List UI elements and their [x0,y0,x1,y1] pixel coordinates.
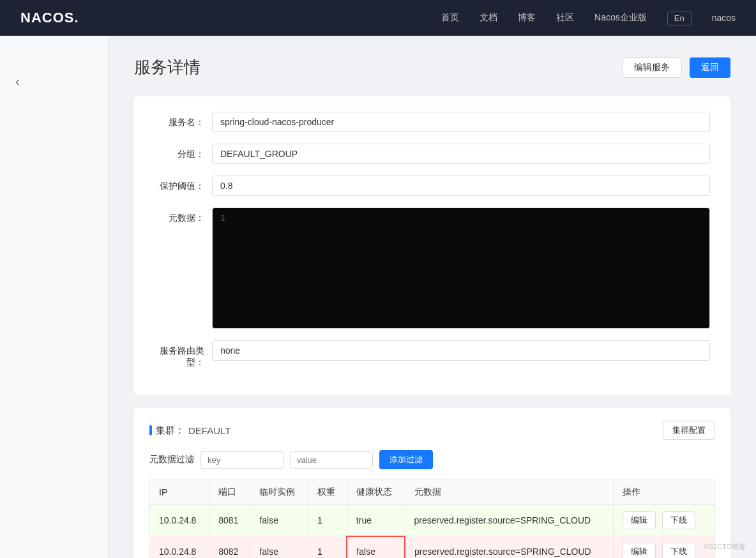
header-actions: 编辑服务 返回 [622,57,730,78]
back-arrow-icon[interactable]: ‹ [15,74,20,89]
cell-weight-1: 1 [308,536,347,559]
filter-label: 元数据过滤 [149,454,194,465]
metadata-editor[interactable]: 1 [212,207,710,329]
page-title: 服务详情 [134,56,200,79]
cell-metadata-0: preserved.register.source=SPRING_CLOUD [405,505,614,536]
filter-value-input[interactable] [290,451,373,469]
service-name-label: 服务名： [155,112,212,128]
protect-threshold-label: 保护阈值： [155,176,212,192]
col-port: 端口 [209,480,250,505]
main-content: 服务详情 编辑服务 返回 服务名： 分组： 保护阈值： 元数据： [109,36,756,558]
cell-health-1: false [347,536,405,559]
routing-type-input[interactable] [212,340,710,361]
navbar: NACOS. 首页 文档 博客 社区 Nacos企业版 En nacos [0,0,756,36]
nav-user[interactable]: nacos [712,13,736,23]
code-line-number: 1 [220,213,225,223]
cell-weight-0: 1 [308,505,347,536]
page-header: 服务详情 编辑服务 返回 [134,56,730,79]
service-name-row: 服务名： [155,112,710,132]
cell-action-0: 编辑 下线 [614,505,715,536]
cluster-header: 集群： DEFAULT 集群配置 [149,421,715,440]
cell-ephemeral-0: false [250,505,308,536]
cluster-config-button[interactable]: 集群配置 [663,421,715,440]
nav-home[interactable]: 首页 [441,12,459,24]
lang-switcher[interactable]: En [667,11,692,26]
col-action: 操作 [614,480,715,505]
watermark: ©51CTO博客 [704,542,746,552]
metadata-label: 元数据： [155,207,212,224]
form-section: 服务名： 分组： 保护阈值： 元数据： 1 服务路由类型： [134,96,730,395]
protect-threshold-row: 保护阈值： [155,176,710,196]
col-health: 健康状态 [347,480,405,505]
cell-ephemeral-1: false [250,536,308,559]
cell-health-0: true [347,505,405,536]
service-name-input[interactable] [212,112,710,132]
instance-table-body: 10.0.24.8 8081 false 1 true preserved.re… [150,505,715,559]
cell-port-1: 8082 [209,536,250,559]
add-filter-button[interactable]: 添加过滤 [379,450,433,469]
col-weight: 权重 [308,480,347,505]
col-ephemeral: 临时实例 [250,480,308,505]
edit-instance-button-0[interactable]: 编辑 [623,511,656,529]
offline-instance-button-1[interactable]: 下线 [662,543,695,558]
protect-threshold-input[interactable] [212,176,710,196]
group-input[interactable] [212,144,710,164]
cell-action-1: 编辑 下线 [614,536,715,559]
cluster-title: 集群： DEFAULT [149,425,231,437]
table-row: 10.0.24.8 8082 false 1 false preserved.r… [150,536,715,559]
cell-ip-1: 10.0.24.8 [150,536,209,559]
logo-text: NACOS. [20,10,79,26]
col-ip: IP [150,480,209,505]
table-header: IP 端口 临时实例 权重 健康状态 元数据 操作 [150,480,715,505]
logo: NACOS. [20,10,79,26]
sidebar: ‹ [0,36,109,558]
cluster-name-value: DEFAULT [188,425,231,436]
nav-blog[interactable]: 博客 [518,12,536,24]
instance-table: IP 端口 临时实例 权重 健康状态 元数据 操作 10.0.24.8 8081… [149,479,715,558]
group-row: 分组： [155,144,710,164]
cluster-section: 集群： DEFAULT 集群配置 元数据过滤 添加过滤 IP 端口 临时实例 [134,408,730,558]
nav-community[interactable]: 社区 [556,12,574,24]
filter-key-input[interactable] [200,451,284,469]
edit-service-button[interactable]: 编辑服务 [622,57,682,78]
nav-docs[interactable]: 文档 [480,12,497,24]
group-label: 分组： [155,144,212,160]
nav-links: 首页 文档 博客 社区 Nacos企业版 En nacos [441,11,736,26]
nav-enterprise[interactable]: Nacos企业版 [594,12,647,24]
filter-row: 元数据过滤 添加过滤 [149,450,715,469]
layout: ‹ 服务详情 编辑服务 返回 服务名： 分组： 保护阈值： [0,36,756,558]
col-metadata: 元数据 [405,480,614,505]
cluster-title-bar-icon [149,425,152,435]
routing-type-row: 服务路由类型： [155,340,710,368]
cluster-section-label: 集群： [156,425,185,437]
cell-metadata-1: preserved.register.source=SPRING_CLOUD [405,536,614,559]
table-row: 10.0.24.8 8081 false 1 true preserved.re… [150,505,715,536]
edit-instance-button-1[interactable]: 编辑 [623,543,656,558]
back-button[interactable]: 返回 [690,57,730,78]
offline-instance-button-0[interactable]: 下线 [662,511,695,529]
routing-type-label: 服务路由类型： [155,340,212,368]
cell-port-0: 8081 [209,505,250,536]
cell-ip-0: 10.0.24.8 [150,505,209,536]
metadata-row: 元数据： 1 [155,207,710,329]
